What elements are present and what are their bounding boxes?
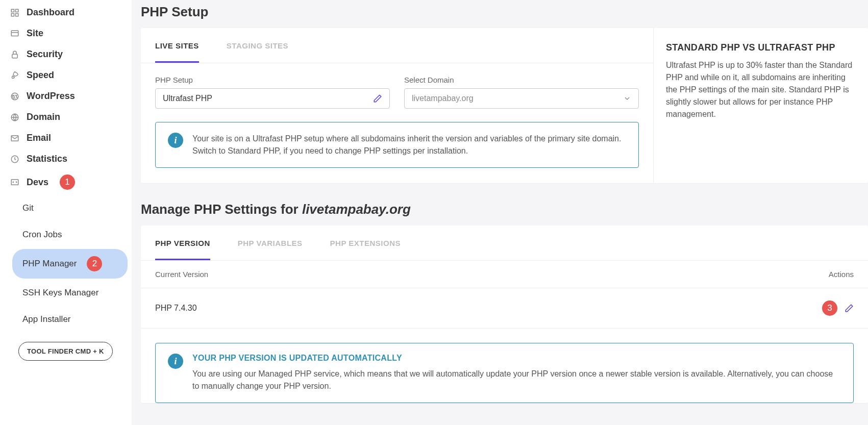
sidebar-item-label: Email <box>27 133 51 143</box>
php-setup-label: PHP Setup <box>155 76 390 84</box>
sidebar-item-security[interactable]: Security <box>0 44 132 65</box>
site-icon <box>10 29 19 38</box>
setup-tabs: LIVE SITES STAGING SITES <box>141 28 653 63</box>
svg-rect-6 <box>12 54 18 58</box>
setup-body: PHP Setup Ultrafast PHP Select Domain li… <box>141 63 653 183</box>
col-current-version: Current Version <box>155 270 208 279</box>
sidebar-subitem-ssh[interactable]: SSH Keys Manager <box>12 281 128 305</box>
manage-title-prefix: Manage PHP Settings for <box>141 202 302 217</box>
pencil-icon <box>373 94 382 103</box>
select-domain-value: livetampabay.org <box>412 94 474 103</box>
php-setup-select[interactable]: Ultrafast PHP <box>155 88 390 109</box>
svg-rect-1 <box>16 9 18 12</box>
sidebar-item-label: Security <box>27 49 63 60</box>
current-version-value: PHP 7.4.30 <box>155 304 197 313</box>
lock-icon <box>10 50 19 59</box>
version-table-row: PHP 7.4.30 3 <box>141 288 868 329</box>
step-badge-1: 1 <box>60 174 75 190</box>
setup-info-text: Your site is on a Ultrafast PHP setup wh… <box>192 133 626 157</box>
sidebar-item-speed[interactable]: Speed <box>0 65 132 86</box>
main-content: PHP Setup LIVE SITES STAGING SITES PHP S… <box>132 0 868 425</box>
svg-rect-3 <box>16 13 18 16</box>
sidebar: Dashboard Site Security Speed WordPress … <box>0 0 132 425</box>
sidebar-subitem-label: App Installer <box>22 314 71 324</box>
setup-info-box: i Your site is on a Ultrafast PHP setup … <box>155 122 639 168</box>
auto-update-heading: YOUR PHP VERSION IS UPDATED AUTOMATICALL… <box>192 354 841 363</box>
tab-live-sites[interactable]: LIVE SITES <box>155 28 199 63</box>
sidebar-subitem-php-manager[interactable]: PHP Manager 2 <box>12 249 128 279</box>
select-domain-select[interactable]: livetampabay.org <box>404 88 639 109</box>
sidebar-subitem-label: Git <box>22 203 34 213</box>
tool-finder-button[interactable]: TOOL FINDER CMD + K <box>18 342 113 361</box>
page-title: PHP Setup <box>141 4 868 20</box>
tab-php-version[interactable]: PHP VERSION <box>155 226 210 260</box>
sidebar-item-site[interactable]: Site <box>0 23 132 44</box>
tool-finder-label: TOOL FINDER CMD + K <box>27 347 104 355</box>
php-setup-card: LIVE SITES STAGING SITES PHP Setup Ultra… <box>141 28 868 183</box>
aside-heading: STANDARD PHP VS ULTRAFAST PHP <box>666 42 856 53</box>
sidebar-item-email[interactable]: Email <box>0 128 132 148</box>
dashboard-icon <box>10 8 19 17</box>
sidebar-item-dashboard[interactable]: Dashboard <box>0 2 132 23</box>
aside-text: Ultrafast PHP is up to 30% faster than t… <box>666 59 856 120</box>
wordpress-icon <box>10 92 19 101</box>
svg-rect-4 <box>11 31 18 36</box>
php-setup-field: PHP Setup Ultrafast PHP <box>155 76 390 109</box>
sidebar-item-devs[interactable]: Devs 1 <box>0 169 132 195</box>
info-icon: i <box>168 354 183 369</box>
sidebar-subitem-git[interactable]: Git <box>12 196 128 220</box>
sidebar-item-statistics[interactable]: Statistics <box>0 148 132 169</box>
php-setup-value: Ultrafast PHP <box>163 94 212 103</box>
sidebar-sub-items: Git Cron Jobs PHP Manager 2 SSH Keys Man… <box>0 195 132 333</box>
manage-section-title: Manage PHP Settings for livetampabay.org <box>141 202 868 217</box>
sidebar-item-label: WordPress <box>27 91 75 102</box>
sidebar-subitem-label: PHP Manager <box>22 259 77 269</box>
sidebar-item-wordpress[interactable]: WordPress <box>0 86 132 107</box>
sidebar-item-label: Domain <box>27 112 60 122</box>
manage-tabs: PHP VERSION PHP VARIABLES PHP EXTENSIONS <box>141 226 868 261</box>
step-badge-3: 3 <box>822 301 837 316</box>
clock-icon <box>10 155 19 164</box>
sidebar-item-label: Site <box>27 28 43 39</box>
sidebar-subitem-label: Cron Jobs <box>22 230 62 240</box>
step-badge-2: 2 <box>87 256 102 271</box>
code-icon <box>10 178 19 187</box>
chevron-down-icon <box>623 94 631 103</box>
sidebar-subitem-label: SSH Keys Manager <box>22 288 98 298</box>
auto-update-info-content: YOUR PHP VERSION IS UPDATED AUTOMATICALL… <box>192 354 841 392</box>
select-domain-field: Select Domain livetampabay.org <box>404 76 639 109</box>
sidebar-subitem-cron[interactable]: Cron Jobs <box>12 222 128 247</box>
sidebar-item-label: Statistics <box>27 154 67 164</box>
actions-cell: 3 <box>818 301 854 316</box>
auto-update-text: You are using our Managed PHP service, w… <box>192 368 841 392</box>
mail-icon <box>10 134 19 143</box>
edit-version-button[interactable] <box>845 304 854 313</box>
manage-title-domain: livetampabay.org <box>302 202 411 217</box>
globe-icon <box>10 113 19 122</box>
rocket-icon <box>10 71 19 80</box>
tab-php-variables[interactable]: PHP VARIABLES <box>238 226 303 260</box>
sidebar-subitem-app-installer[interactable]: App Installer <box>12 307 128 332</box>
auto-update-info-box: i YOUR PHP VERSION IS UPDATED AUTOMATICA… <box>155 343 854 403</box>
sidebar-item-label: Devs <box>27 177 48 188</box>
tab-php-extensions[interactable]: PHP EXTENSIONS <box>330 226 401 260</box>
manage-php-card: PHP VERSION PHP VARIABLES PHP EXTENSIONS… <box>141 226 868 403</box>
sidebar-item-domain[interactable]: Domain <box>0 107 132 128</box>
setup-aside: STANDARD PHP VS ULTRAFAST PHP Ultrafast … <box>654 28 868 183</box>
tab-staging-sites[interactable]: STAGING SITES <box>227 28 288 63</box>
sidebar-item-label: Dashboard <box>27 7 75 18</box>
sidebar-item-label: Speed <box>27 70 54 81</box>
select-domain-label: Select Domain <box>404 76 639 84</box>
svg-rect-0 <box>11 9 14 12</box>
version-table-header: Current Version Actions <box>141 261 868 288</box>
svg-rect-2 <box>11 13 14 16</box>
col-actions: Actions <box>829 270 854 279</box>
info-icon: i <box>168 133 183 148</box>
setup-left-panel: LIVE SITES STAGING SITES PHP Setup Ultra… <box>141 28 654 183</box>
